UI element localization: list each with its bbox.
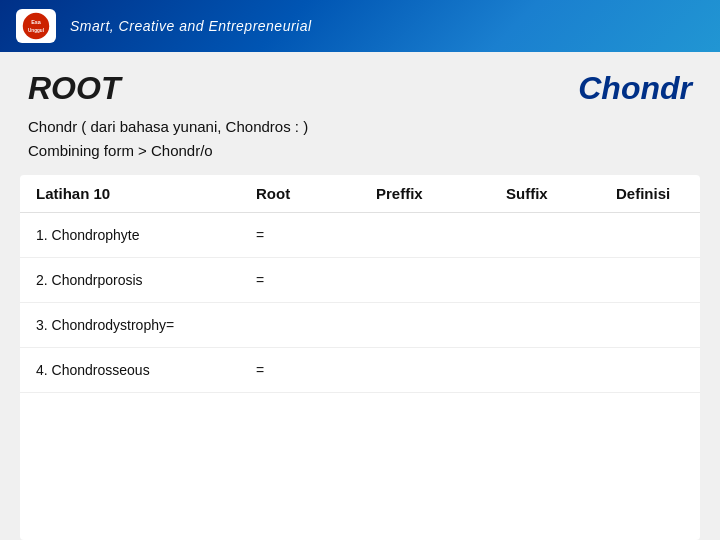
table-row: 3. Chondrodystrophy= xyxy=(20,303,700,348)
logo-container: Esa Unggul xyxy=(16,9,56,43)
root-title: ROOT xyxy=(28,70,120,107)
table-row: 2. Chondrporosis = xyxy=(20,258,700,303)
row2-term: 2. Chondrporosis xyxy=(36,272,256,288)
svg-text:Unggul: Unggul xyxy=(28,28,44,33)
description-line1: Chondr ( dari bahasa yunani, Chondros : … xyxy=(28,115,692,139)
esa-unggul-logo: Esa Unggul xyxy=(22,12,50,40)
col-header-preffix: Preffix xyxy=(376,185,506,202)
svg-point-0 xyxy=(23,13,49,39)
table-row: 1. Chondrophyte = xyxy=(20,213,700,258)
description-line2: Combining form > Chondr/o xyxy=(28,139,692,163)
header-tagline: Smart, Creative and Entrepreneurial xyxy=(70,18,312,34)
svg-text:Esa: Esa xyxy=(31,19,42,25)
content-box: Latihan 10 Root Preffix Suffix Definisi … xyxy=(20,175,700,540)
row2-root: = xyxy=(256,272,376,288)
table-header: Latihan 10 Root Preffix Suffix Definisi xyxy=(20,175,700,213)
title-bar: ROOT Chondr xyxy=(0,52,720,115)
row4-term: 4. Chondrosseous xyxy=(36,362,256,378)
chondr-title: Chondr xyxy=(578,70,692,107)
col-header-root: Root xyxy=(256,185,376,202)
description: Chondr ( dari bahasa yunani, Chondros : … xyxy=(0,115,720,175)
header: Esa Unggul Smart, Creative and Entrepren… xyxy=(0,0,720,52)
row3-term: 3. Chondrodystrophy= xyxy=(36,317,256,333)
col-header-latihan: Latihan 10 xyxy=(36,185,256,202)
table-row: 4. Chondrosseous = xyxy=(20,348,700,393)
col-header-suffix: Suffix xyxy=(506,185,616,202)
row1-term: 1. Chondrophyte xyxy=(36,227,256,243)
main-content: ROOT Chondr Chondr ( dari bahasa yunani,… xyxy=(0,52,720,540)
col-header-definisi: Definisi xyxy=(616,185,700,202)
row4-root: = xyxy=(256,362,376,378)
row1-root: = xyxy=(256,227,376,243)
